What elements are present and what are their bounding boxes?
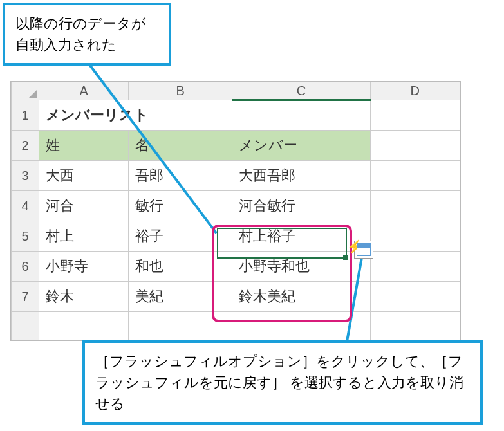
cell-B4[interactable]: 敏行 — [129, 191, 232, 221]
cell-C7[interactable]: 鈴木美紀 — [232, 282, 370, 312]
cell-C4[interactable]: 河合敏行 — [232, 191, 370, 221]
row-header-1[interactable]: 1 — [12, 100, 39, 131]
callout-bottom-text: ［フラッシュフィルオプション］をクリックして、［フラッシュフィルを元に戻す］ を… — [95, 353, 463, 412]
row-header-5[interactable]: 5 — [12, 221, 39, 252]
cell-A3[interactable]: 大西 — [39, 161, 128, 191]
column-header-row: A B C D — [12, 82, 460, 100]
row-header-8[interactable] — [12, 312, 39, 340]
cell-D1[interactable] — [370, 100, 460, 131]
fill-handle[interactable] — [343, 255, 348, 260]
row-1: 1 メンバーリスト — [12, 100, 460, 131]
row-4: 4 河合 敏行 河合敏行 — [12, 191, 460, 221]
cell-C1[interactable] — [232, 100, 370, 131]
row-header-7[interactable]: 7 — [12, 282, 39, 312]
cell-D8[interactable] — [370, 312, 460, 340]
callout-top: 以降の行のデータが 自動入力された — [3, 3, 171, 66]
row-6: 6 小野寺 和也 小野寺和也 — [12, 252, 460, 282]
cell-D3[interactable] — [370, 161, 460, 191]
row-3: 3 大西 吾郎 大西吾郎 — [12, 161, 460, 191]
cell-C2[interactable]: メンバー — [232, 131, 370, 161]
flash-fill-options-button[interactable] — [354, 241, 373, 259]
cell-A2[interactable]: 姓 — [39, 131, 128, 161]
cell-D2[interactable] — [370, 131, 460, 161]
callout-bottom: ［フラッシュフィルオプション］をクリックして、［フラッシュフィルを元に戻す］ を… — [82, 340, 483, 425]
select-all-corner[interactable] — [12, 82, 39, 100]
cell-D5[interactable] — [370, 221, 460, 252]
row-7: 7 鈴木 美紀 鈴木美紀 — [12, 282, 460, 312]
cell-B5[interactable]: 裕子 — [129, 221, 232, 252]
cell-D7[interactable] — [370, 282, 460, 312]
cell-A8[interactable] — [39, 312, 128, 340]
callout-top-text: 以降の行のデータが 自動入力された — [15, 15, 146, 53]
cell-C3[interactable]: 大西吾郎 — [232, 161, 370, 191]
cell-B6[interactable]: 和也 — [129, 252, 232, 282]
cell-B8[interactable] — [129, 312, 232, 340]
cell-C6[interactable]: 小野寺和也 — [232, 252, 370, 282]
cell-A7[interactable]: 鈴木 — [39, 282, 128, 312]
cell-B7[interactable]: 美紀 — [129, 282, 232, 312]
row-header-4[interactable]: 4 — [12, 191, 39, 221]
col-header-B[interactable]: B — [129, 82, 232, 100]
flash-fill-icon — [357, 243, 371, 256]
row-header-3[interactable]: 3 — [12, 161, 39, 191]
row-header-6[interactable]: 6 — [12, 252, 39, 282]
cell-D4[interactable] — [370, 191, 460, 221]
cell-A4[interactable]: 河合 — [39, 191, 128, 221]
cell-D6[interactable] — [370, 252, 460, 282]
col-header-D[interactable]: D — [370, 82, 460, 100]
row-header-2[interactable]: 2 — [12, 131, 39, 161]
cell-A6[interactable]: 小野寺 — [39, 252, 128, 282]
row-2: 2 姓 名 メンバー — [12, 131, 460, 161]
col-header-C[interactable]: C — [232, 82, 370, 100]
grid-table: A B C D 1 メンバーリスト 2 姓 名 メンバー 3 大西 吾郎 大西吾… — [11, 82, 460, 340]
cell-A5[interactable]: 村上 — [39, 221, 128, 252]
row-8 — [12, 312, 460, 340]
row-5: 5 村上 裕子 村上裕子 — [12, 221, 460, 252]
spreadsheet[interactable]: A B C D 1 メンバーリスト 2 姓 名 メンバー 3 大西 吾郎 大西吾… — [10, 81, 461, 341]
